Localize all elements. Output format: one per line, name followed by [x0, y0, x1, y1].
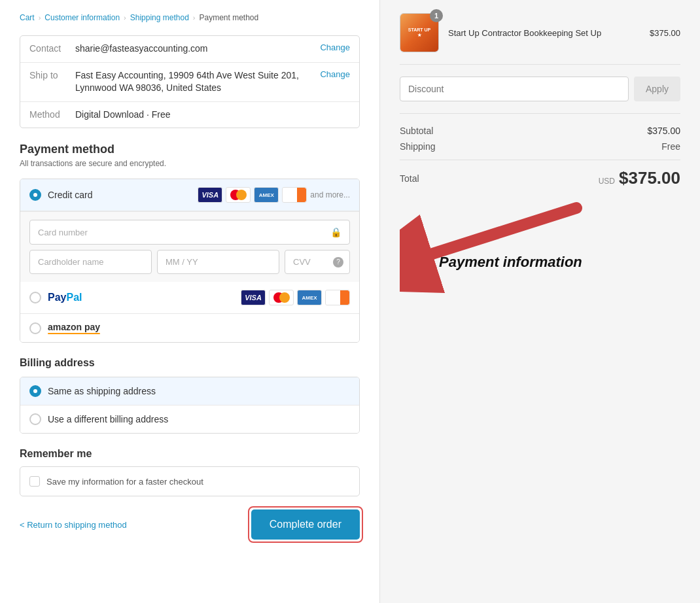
cardholder-input[interactable]: [38, 257, 143, 267]
billing-different-label: Use a different billing address: [48, 414, 168, 424]
amazon-pay-radio[interactable]: [29, 322, 41, 334]
amazon-underline: [48, 333, 100, 334]
payment-section-title: Payment method: [20, 143, 360, 156]
totals-section: Subtotal $375.00 Shipping Free Total USD…: [400, 126, 680, 188]
payment-section-subtitle: All transactions are secure and encrypte…: [20, 159, 360, 168]
billing-different-option[interactable]: Use a different billing address: [20, 405, 359, 433]
breadcrumb: Cart › Customer information › Shipping m…: [20, 13, 360, 22]
billing-same-label: Same as shipping address: [48, 386, 156, 396]
amex-icon: AMEX: [254, 187, 279, 203]
billing-options-box: Same as shipping address Use a different…: [20, 377, 360, 434]
credit-card-fields: 🔒 ?: [20, 211, 359, 282]
subtotal-value: $375.00: [647, 126, 680, 136]
amazon-pay-option[interactable]: amazon pay: [20, 314, 359, 342]
cvv-wrapper: ?: [285, 250, 350, 274]
shipping-label: Shipping: [400, 141, 436, 152]
paypal-card-icons: VISA AMEX: [241, 290, 350, 305]
subtotal-row: Subtotal $375.00: [400, 126, 680, 136]
grand-total-row: Total USD $375.00: [400, 168, 680, 188]
cvv-field[interactable]: ?: [285, 250, 350, 274]
grand-amount: $375.00: [619, 168, 680, 188]
breadcrumb-shipping[interactable]: Shipping method: [130, 13, 189, 22]
right-panel: START UP★ 1 Start Up Contractor Bookkeep…: [379, 0, 700, 603]
billing-section-title: Billing address: [20, 357, 360, 369]
card-details-row: ?: [29, 250, 350, 274]
svg-line-1: [432, 208, 576, 254]
breadcrumb-customer-info[interactable]: Customer information: [44, 13, 120, 22]
grand-total-value: USD $375.00: [599, 168, 680, 188]
billing-same-radio[interactable]: [29, 385, 41, 397]
annotation-area: Payment information: [400, 201, 680, 308]
bottom-actions: < Return to shipping method Complete ord…: [20, 509, 360, 540]
mastercard-icon: [226, 187, 251, 203]
complete-button-wrapper: Complete order: [251, 509, 360, 540]
order-info-box: Contact sharie@fasteasyaccounting.com Ch…: [20, 35, 360, 128]
remember-section: Remember me Save my information for a fa…: [20, 448, 360, 496]
product-price: $375.00: [650, 28, 680, 38]
contact-row: Contact sharie@fasteasyaccounting.com Ch…: [20, 36, 359, 63]
paypal-option[interactable]: PayPal VISA AMEX: [20, 282, 359, 314]
product-image-wrapper: START UP★ 1: [400, 13, 439, 52]
shipto-row: Ship to Fast Easy Accounting, 19909 64th…: [20, 63, 359, 102]
breadcrumb-cart[interactable]: Cart: [20, 13, 35, 22]
amazon-pay-label: amazon pay: [48, 322, 100, 334]
visa-icon: VISA: [198, 187, 222, 203]
product-row: START UP★ 1 Start Up Contractor Bookkeep…: [400, 13, 680, 65]
discover-icon: [282, 187, 307, 203]
grand-currency: USD: [599, 177, 615, 186]
paypal-discover-icon: [325, 290, 350, 305]
credit-card-label: Credit card: [48, 190, 198, 200]
discount-input[interactable]: [400, 77, 629, 101]
discount-row: Apply: [400, 77, 680, 114]
breadcrumb-sep-1: ›: [39, 14, 41, 22]
subtotal-label: Subtotal: [400, 126, 433, 136]
expiry-field[interactable]: [157, 250, 279, 274]
breadcrumb-sep-3: ›: [193, 14, 196, 22]
paypal-mc-icon: [269, 290, 294, 305]
payment-options-box: Credit card VISA AMEX and more...: [20, 179, 360, 343]
credit-card-option[interactable]: Credit card VISA AMEX and more...: [20, 179, 359, 211]
method-value: Digital Download · Free: [75, 109, 350, 122]
product-quantity-badge: 1: [430, 9, 443, 22]
method-label: Method: [29, 109, 75, 120]
paypal-amex-icon: AMEX: [297, 290, 322, 305]
remember-title: Remember me: [20, 448, 360, 460]
remember-box[interactable]: Save my information for a faster checkou…: [20, 466, 360, 496]
breadcrumb-sep-2: ›: [124, 14, 126, 22]
complete-order-button[interactable]: Complete order: [251, 509, 360, 540]
billing-different-radio[interactable]: [29, 413, 41, 425]
more-cards-label: and more...: [310, 190, 350, 199]
paypal-radio[interactable]: [29, 292, 41, 303]
shipping-value: Free: [661, 141, 680, 152]
payment-info-annotation: Payment information: [439, 254, 582, 271]
shipto-label: Ship to: [29, 69, 75, 80]
product-name: Start Up Contractor Bookkeeping Set Up: [448, 28, 640, 38]
paypal-label: PayPal: [48, 292, 241, 303]
apply-discount-button[interactable]: Apply: [634, 77, 680, 101]
remember-checkbox[interactable]: [29, 476, 40, 487]
remember-text: Save my information for a faster checkou…: [46, 477, 203, 487]
paypal-visa-icon: VISA: [241, 290, 266, 305]
breadcrumb-current: Payment method: [199, 13, 258, 22]
credit-card-icons: VISA AMEX and more...: [198, 187, 350, 203]
cvv-help-icon[interactable]: ?: [333, 257, 343, 267]
credit-card-radio[interactable]: [29, 189, 41, 201]
expiry-input[interactable]: [166, 257, 271, 267]
cardholder-field[interactable]: [29, 250, 152, 274]
shipto-value: Fast Easy Accounting, 19909 64th Ave Wes…: [75, 69, 313, 95]
contact-change[interactable]: Change: [320, 43, 350, 52]
lock-icon: 🔒: [330, 227, 341, 237]
card-number-row: 🔒: [29, 220, 350, 245]
contact-value: sharie@fasteasyaccounting.com: [75, 43, 313, 56]
card-number-field[interactable]: 🔒: [29, 220, 350, 245]
billing-same-option[interactable]: Same as shipping address: [20, 377, 359, 405]
grand-total-label: Total: [400, 173, 419, 184]
return-link[interactable]: < Return to shipping method: [20, 520, 127, 530]
card-number-input[interactable]: [38, 228, 330, 237]
total-divider: [400, 160, 680, 160]
shipping-row: Shipping Free: [400, 141, 680, 152]
shipto-change[interactable]: Change: [320, 69, 350, 79]
contact-label: Contact: [29, 43, 75, 54]
method-row: Method Digital Download · Free: [20, 102, 359, 128]
